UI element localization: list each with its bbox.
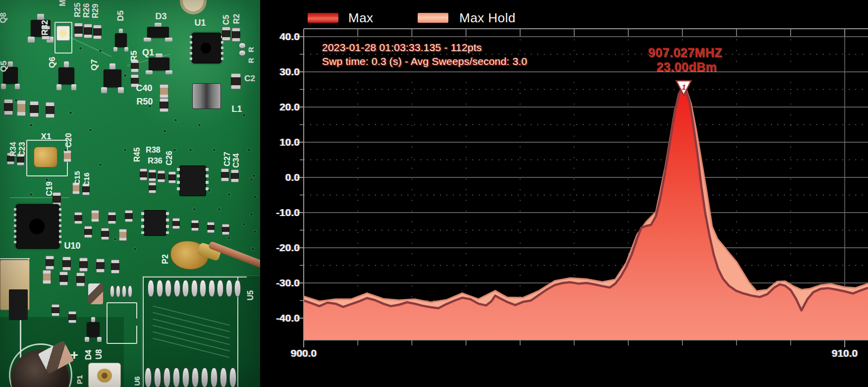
via-dot [218, 208, 220, 211]
silkscreen-label-c34: C34 [232, 153, 241, 167]
y-axis-label: -40.0 [264, 312, 300, 324]
ic-pins [177, 168, 180, 194]
y-axis-label: -10.0 [264, 207, 300, 219]
via-dot [134, 248, 136, 250]
silkscreen-label-c26: C26 [165, 151, 174, 165]
legend-label-max-hold[interactable]: Max Hold [459, 10, 516, 26]
transistor-component [113, 29, 129, 52]
silkscreen-label-c19: C19 [45, 181, 54, 196]
through-hole-pad [148, 280, 154, 297]
through-hole-pad [174, 280, 180, 297]
silkscreen-label-r5: R5 [129, 51, 139, 61]
silkscreen-line [143, 276, 247, 277]
via-dot [189, 149, 192, 151]
chip-component [4, 99, 13, 115]
ic-pins [14, 208, 16, 245]
via-dot [228, 237, 230, 239]
transistor-part [15, 84, 20, 89]
chip-component [160, 84, 168, 98]
via-dot [89, 129, 92, 131]
ic-pin1-dot [29, 219, 45, 234]
chip-component [160, 98, 168, 112]
silkscreen-label-u1: U1 [194, 18, 206, 28]
transistor-part [64, 61, 69, 67]
transistor-part [144, 38, 151, 42]
legend-label-max[interactable]: Max [348, 10, 374, 26]
chip-component [96, 259, 105, 273]
ic-pins [59, 208, 61, 245]
chip-component [232, 28, 240, 42]
crystal-component [34, 147, 57, 167]
ic-pins [141, 212, 144, 234]
silkscreen-label-p1: P1 [75, 375, 84, 384]
via-dot [243, 223, 245, 225]
through-hole-pad [209, 280, 215, 297]
silkscreen-label-c20: C20 [64, 133, 73, 147]
ic-component [144, 210, 166, 236]
chip-component [149, 169, 156, 181]
via-dot [252, 248, 254, 250]
via-dot [99, 164, 102, 166]
via-dot [213, 149, 216, 151]
via-dot [254, 196, 256, 198]
legend-swatch-max-hold[interactable] [418, 13, 448, 23]
chip-component [76, 273, 85, 286]
chip-component [17, 100, 26, 116]
chip-component [101, 228, 109, 240]
marker-level-readout: 23.00dBm [656, 60, 717, 74]
solder-pad [239, 50, 246, 56]
chip-component [140, 168, 147, 180]
transistor-part [58, 67, 74, 85]
y-axis-label: 20.0 [264, 101, 300, 113]
silkscreen-label-q1: Q1 [142, 48, 154, 58]
y-axis-label: -20.0 [264, 242, 300, 254]
through-hole-pad [220, 368, 227, 387]
chip-component [52, 304, 59, 316]
chip-component [63, 150, 71, 162]
marker-number: 1 [682, 83, 686, 91]
via-dot [30, 124, 32, 126]
legend-swatch-max[interactable] [308, 13, 338, 23]
through-hole-pad [173, 368, 180, 387]
silkscreen-label-c2: C2 [244, 74, 255, 84]
y-axis-label: 30.0 [264, 66, 300, 78]
transistor-component [143, 23, 173, 42]
transistor-component [84, 317, 102, 342]
via-dot [163, 130, 166, 132]
silkscreen-label-l1: L1 [231, 104, 242, 114]
chip-component [84, 226, 92, 238]
spectrum-panel: 1 Max Max Hold 2023-01-28 01:03:33.135 -… [260, 0, 868, 387]
chip-component [43, 270, 51, 284]
silkscreen-label-r2: R2 [232, 14, 241, 24]
x-axis-label-end: 910.0 [832, 347, 858, 359]
silkscreen-label-u10: U10 [64, 241, 80, 251]
transistor-part [28, 37, 34, 43]
via-dot [30, 193, 32, 196]
through-hole-pad [116, 285, 120, 297]
through-hole-pad [110, 285, 114, 297]
through-hole-pad [217, 280, 223, 297]
chip-component [222, 27, 230, 41]
led-component [56, 26, 70, 41]
chip-component [231, 169, 239, 182]
through-hole-pad [211, 368, 217, 387]
solder-pad [239, 43, 246, 49]
via-dot [254, 230, 256, 233]
silkscreen-label-r25: R25 [73, 2, 82, 17]
chip-component [79, 258, 88, 272]
silkscreen-label-c15: C15 [73, 171, 81, 185]
via-dot [250, 213, 253, 216]
transistor-part [165, 38, 172, 42]
ic-pin1-dot [201, 43, 211, 54]
transistor-part [97, 337, 102, 342]
transistor-part [146, 70, 153, 74]
chip-component [108, 212, 116, 224]
silkscreen-label-q6: Q6 [48, 57, 57, 68]
chip-component [221, 168, 229, 181]
transistor-part [149, 57, 169, 70]
ic-component [16, 204, 59, 249]
through-hole-pad [157, 280, 163, 297]
transistor-part [85, 337, 89, 342]
via-dot [243, 114, 245, 116]
through-hole-pad [154, 368, 161, 387]
